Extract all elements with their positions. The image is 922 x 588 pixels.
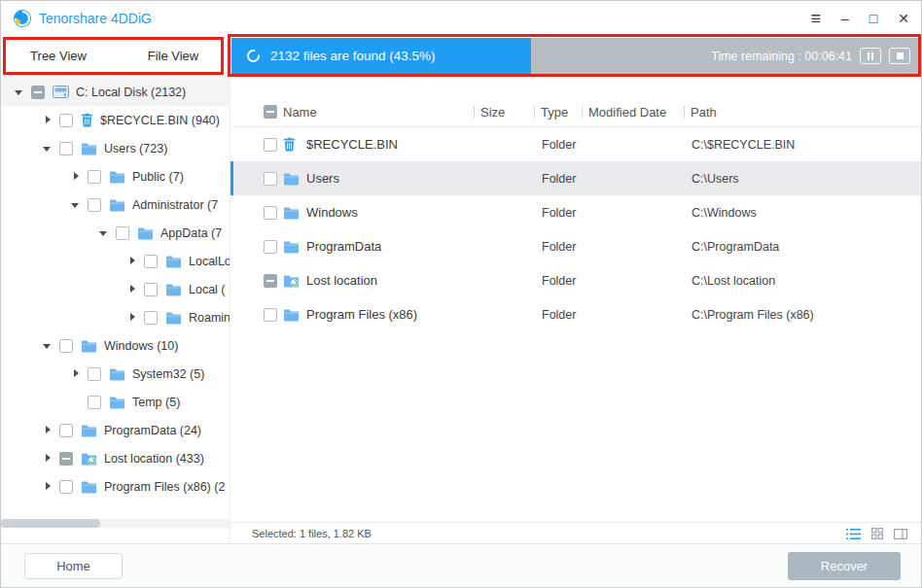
tree-item[interactable]: Temp (5) — [1, 388, 230, 416]
tab-file-view[interactable]: File View — [116, 49, 230, 63]
cell-path: C:\Program Files (x86) — [692, 308, 921, 322]
sidebar-horizontal-scrollbar[interactable] — [1, 519, 230, 528]
grid-view-icon[interactable] — [871, 528, 883, 539]
collapse-arrow-icon[interactable] — [71, 200, 81, 210]
list-view-icon[interactable] — [846, 529, 861, 539]
expand-arrow-icon[interactable] — [127, 257, 137, 266]
tree-item[interactable]: Lost location (433) — [1, 444, 230, 472]
tree-item-label: Program Files (x86) (2 — [104, 480, 225, 494]
column-header-size[interactable]: Size — [480, 105, 534, 120]
tree-item-label: Local ( — [189, 283, 226, 296]
table-row[interactable]: Program Files (x86)FolderC:\Program File… — [230, 297, 921, 331]
maximize-icon[interactable]: □ — [869, 12, 877, 25]
checkbox[interactable] — [264, 308, 277, 322]
partial-checkbox[interactable] — [59, 452, 73, 466]
column-header-path[interactable]: Path — [691, 105, 921, 120]
menu-icon[interactable]: ≡ — [810, 10, 821, 27]
checkbox[interactable] — [264, 138, 277, 152]
expand-arrow-icon[interactable] — [43, 116, 53, 125]
time-remaining-text: Time remaining : 00:06:41 — [711, 50, 852, 63]
preview-pane-icon[interactable] — [894, 529, 907, 539]
progress-fill: 2132 files are found (43.5%) — [231, 38, 531, 74]
collapse-arrow-icon[interactable] — [99, 228, 109, 238]
expand-arrow-icon[interactable] — [71, 172, 81, 182]
tree-item[interactable]: ProgramData (24) — [1, 416, 230, 444]
recover-button[interactable]: Recover — [788, 552, 901, 580]
tree-item[interactable]: LocalLo — [1, 247, 230, 275]
cell-path: C:\Windows — [692, 206, 921, 220]
column-separator — [534, 106, 535, 119]
checkbox[interactable] — [144, 311, 158, 325]
folder-icon — [165, 283, 182, 296]
minimize-icon[interactable]: – — [841, 12, 849, 25]
tree-item[interactable]: Administrator (7 — [1, 190, 230, 219]
checkbox[interactable] — [59, 424, 73, 437]
tree-item[interactable]: Local ( — [1, 275, 230, 303]
app-logo-icon — [13, 9, 32, 28]
folder-icon — [81, 142, 97, 156]
expand-arrow-icon[interactable] — [71, 369, 81, 379]
stop-button[interactable] — [889, 48, 910, 64]
close-icon[interactable]: ✕ — [898, 12, 909, 25]
tree-item-label: Temp (5) — [132, 396, 180, 409]
checkbox[interactable] — [88, 170, 101, 184]
tree-item[interactable]: Roamin — [1, 303, 230, 331]
tree-item[interactable]: System32 (5) — [1, 360, 230, 388]
folder-icon — [109, 170, 125, 184]
checkbox[interactable] — [88, 198, 101, 212]
expand-arrow-icon[interactable] — [127, 313, 137, 323]
tree-item-label: Roamin — [189, 311, 230, 325]
table-row[interactable]: UsersFolderC:\Users — [230, 161, 921, 195]
checkbox[interactable] — [59, 339, 73, 353]
status-bar: Selected: 1 files, 1.82 KB — [230, 522, 921, 544]
checkbox[interactable] — [59, 480, 73, 494]
scrollbar-thumb[interactable] — [1, 519, 100, 528]
collapse-arrow-icon[interactable] — [43, 144, 53, 154]
checkbox[interactable] — [264, 206, 277, 220]
table-row[interactable]: WindowsFolderC:\Windows — [230, 195, 921, 229]
select-all-checkbox[interactable] — [264, 105, 277, 119]
checkbox[interactable] — [264, 240, 277, 254]
collapse-arrow-icon[interactable] — [15, 87, 24, 97]
expand-arrow-icon[interactable] — [127, 285, 137, 294]
tree-item-label: Lost location (433) — [104, 452, 204, 466]
cell-name: $RECYCLE.BIN — [306, 137, 481, 152]
tree-item[interactable]: AppData (7 — [1, 219, 230, 247]
tree-item[interactable]: Program Files (x86) (2 — [1, 472, 230, 501]
checkbox[interactable] — [59, 142, 73, 156]
checkbox[interactable] — [264, 172, 277, 186]
cell-path: C:\$RECYCLE.BIN — [692, 138, 921, 152]
column-header-name[interactable]: Name — [283, 105, 474, 120]
tree-item[interactable]: Users (723) — [1, 134, 230, 162]
cell-path: C:\Users — [692, 172, 921, 186]
home-button[interactable]: Home — [24, 553, 123, 579]
tree-item[interactable]: Windows (10) — [1, 331, 230, 360]
table-row[interactable]: $RECYCLE.BINFolderC:\$RECYCLE.BIN — [230, 127, 921, 161]
folder-lost-icon — [283, 274, 301, 288]
column-header-modified-date[interactable]: Modified Date — [588, 105, 684, 120]
tree-item[interactable]: C: Local Disk (2132) — [1, 78, 230, 106]
expand-arrow-icon[interactable] — [43, 482, 53, 492]
partial-checkbox[interactable] — [264, 274, 277, 288]
partial-checkbox[interactable] — [31, 86, 45, 99]
tab-tree-view[interactable]: Tree View — [1, 49, 116, 63]
cell-type: Folder — [542, 274, 589, 288]
tree-item[interactable]: Public (7) — [1, 162, 230, 190]
folder-icon — [81, 424, 97, 437]
expand-arrow-icon[interactable] — [43, 426, 53, 435]
checkbox[interactable] — [88, 367, 101, 381]
collapse-arrow-icon[interactable] — [43, 341, 53, 351]
checkbox[interactable] — [144, 283, 158, 296]
expand-arrow-icon[interactable] — [43, 454, 53, 464]
checkbox[interactable] — [59, 114, 73, 127]
column-header-type[interactable]: Type — [541, 105, 582, 120]
table-row[interactable]: ProgramDataFolderC:\ProgramData — [230, 229, 921, 263]
checkbox[interactable] — [88, 396, 101, 409]
tree-item[interactable]: $RECYCLE.BIN (940) — [1, 106, 230, 134]
table-row[interactable]: Lost locationFolderC:\Lost location — [230, 263, 921, 297]
view-tabs: Tree View File View — [1, 36, 230, 76]
checkbox[interactable] — [144, 255, 158, 268]
pause-button[interactable] — [860, 48, 881, 64]
cell-name: Windows — [306, 205, 481, 220]
checkbox[interactable] — [116, 226, 129, 240]
